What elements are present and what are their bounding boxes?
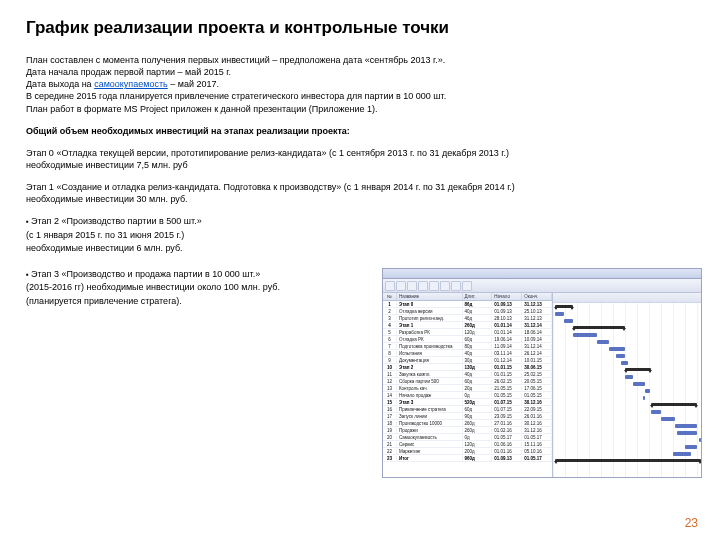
gantt-task-bar <box>645 389 650 393</box>
table-row: 17Запуск линии90д23.09.1526.01.16 <box>383 413 552 420</box>
gantt-task-bar <box>643 396 645 400</box>
stage3-title: Этап 3 «Производство и продажа партии в … <box>26 268 366 282</box>
breakeven-link[interactable]: самоокупаемость <box>94 79 168 89</box>
gantt-task-bar <box>573 333 597 337</box>
col-start: Начало <box>492 293 522 300</box>
table-row: 16Привлечение стратега60д01.07.1522.09.1… <box>383 406 552 413</box>
stage1-inv: необходимые инвестиции 30 млн. руб. <box>26 194 188 204</box>
table-row: 13Контроль кач.20д21.05.1517.06.15 <box>383 385 552 392</box>
gantt-task-bar <box>677 431 697 435</box>
table-row: 8Испытания40д03.11.1426.12.14 <box>383 350 552 357</box>
table-row: 10Этап 2130д01.01.1530.06.15 <box>383 364 552 371</box>
table-row: 22Маркетинг200д01.01.1605.10.16 <box>383 448 552 455</box>
stage2-dates: (с 1 января 2015 г. по 31 июня 2015 г.) <box>26 229 366 243</box>
intro-line2: Дата начала продаж первой партии – май 2… <box>26 67 231 77</box>
table-row: 5Разработка РК120д01.01.1418.06.14 <box>383 329 552 336</box>
gantt-summary-bar <box>555 459 701 462</box>
gantt-summary-bar <box>573 326 625 329</box>
gantt-grid <box>553 293 701 477</box>
gantt-task-bar <box>616 354 625 358</box>
toolbar-icon <box>462 281 472 291</box>
gantt-task-bar <box>609 347 625 351</box>
table-row: 23Итог960д01.09.1301.05.17 <box>383 455 552 462</box>
gantt-task-bar <box>651 410 661 414</box>
gantt-timescale <box>553 293 701 303</box>
stage0: Этап 0 «Отладка текущей версии, прототип… <box>26 147 694 171</box>
gantt-task-bar <box>633 382 645 386</box>
table-row: 9Документация30д01.12.1410.01.15 <box>383 357 552 364</box>
stage0-title: Этап 0 «Отладка текущей версии, прототип… <box>26 148 509 158</box>
table-row: 6Отладка РК60д19.06.1410.09.14 <box>383 336 552 343</box>
gantt-task-bar <box>661 417 675 421</box>
table-row: 19Продажи260д01.02.1631.12.16 <box>383 427 552 434</box>
toolbar-icon <box>385 281 395 291</box>
table-row: 14Начало продаж0д01.05.1501.05.15 <box>383 392 552 399</box>
stage3: Этап 3 «Производство и продажа партии в … <box>26 268 366 309</box>
table-row: 21Сервис120д01.06.1615.11.16 <box>383 441 552 448</box>
msproject-task-grid: № Название Длит. Начало Оконч. 1Этап 086… <box>383 293 553 477</box>
table-row: 20Самоокупаемость0д01.05.1701.05.17 <box>383 434 552 441</box>
msproject-embed: № Название Длит. Начало Оконч. 1Этап 086… <box>382 268 702 478</box>
stage3-dates: (2015-2016 гг) необходимые инвестиции ок… <box>26 281 366 295</box>
stage2-title: Этап 2 «Производство партии в 500 шт.» <box>26 215 366 229</box>
gantt-summary-bar <box>625 368 651 371</box>
stage0-inv: необходимые инвестиции 7,5 млн. руб <box>26 160 188 170</box>
stage3-note: (планируется привлечение стратега). <box>26 295 366 309</box>
intro-line5: План работ в формате MS Project приложен… <box>26 104 378 114</box>
stage2: Этап 2 «Производство партии в 500 шт.» (… <box>26 215 366 256</box>
grid-header: № Название Длит. Начало Оконч. <box>383 293 552 301</box>
toolbar-icon <box>440 281 450 291</box>
gantt-task-bar <box>621 361 628 365</box>
table-row: 7Подготовка производства80д11.09.1431.12… <box>383 343 552 350</box>
gantt-task-bar <box>685 445 697 449</box>
col-id: № <box>383 293 397 300</box>
page-number: 23 <box>685 516 698 530</box>
gantt-task-bar <box>625 375 633 379</box>
table-row: 12Сборка партии 50060д26.02.1520.05.15 <box>383 378 552 385</box>
table-row: 1Этап 086д01.09.1331.12.13 <box>383 301 552 308</box>
gantt-task-bar <box>675 424 697 428</box>
table-row: 3Прототип релиз-канд.46д28.10.1331.12.13 <box>383 315 552 322</box>
gantt-task-bar <box>673 452 691 456</box>
table-row: 2Отладка версии40д01.09.1325.10.13 <box>383 308 552 315</box>
gantt-task-bar <box>555 312 564 316</box>
intro-line1: План составлен с момента получения первы… <box>26 55 445 65</box>
toolbar-icon <box>451 281 461 291</box>
intro-line3a: Дата выхода на <box>26 79 94 89</box>
gantt-task-bar <box>699 438 701 442</box>
msproject-toolbar <box>383 279 701 293</box>
msproject-gantt <box>553 293 701 477</box>
toolbar-icon <box>407 281 417 291</box>
table-row: 15Этап 3520д01.07.1530.12.16 <box>383 399 552 406</box>
col-duration: Длит. <box>463 293 493 300</box>
table-row: 11Закупка компл.40д01.01.1525.02.15 <box>383 371 552 378</box>
gantt-summary-bar <box>651 403 697 406</box>
intro-paragraph: План составлен с момента получения первы… <box>26 54 694 115</box>
stage1: Этап 1 «Создание и отладка релиз-кандида… <box>26 181 694 205</box>
table-row: 18Производство 10000260д27.01.1630.12.16 <box>383 420 552 427</box>
col-name: Название <box>397 293 463 300</box>
toolbar-icon <box>396 281 406 291</box>
toolbar-icon <box>418 281 428 291</box>
gantt-task-bar <box>597 340 609 344</box>
table-row: 4Этап 1260д01.01.1431.12.14 <box>383 322 552 329</box>
msproject-titlebar <box>383 269 701 279</box>
gantt-task-bar <box>564 319 573 323</box>
toolbar-icon <box>429 281 439 291</box>
intro-line4: В середине 2015 года планируется привлеч… <box>26 91 446 101</box>
col-end: Оконч. <box>522 293 552 300</box>
slide-title: График реализации проекта и контрольные … <box>26 18 694 38</box>
subheading: Общий объем необходимых инвестиций на эт… <box>26 125 694 137</box>
stage1-title: Этап 1 «Создание и отладка релиз-кандида… <box>26 182 515 192</box>
gantt-summary-bar <box>555 305 573 308</box>
intro-line3b: – май 2017. <box>168 79 219 89</box>
stage2-inv: необходимые инвестиции 6 млн. руб. <box>26 242 366 256</box>
